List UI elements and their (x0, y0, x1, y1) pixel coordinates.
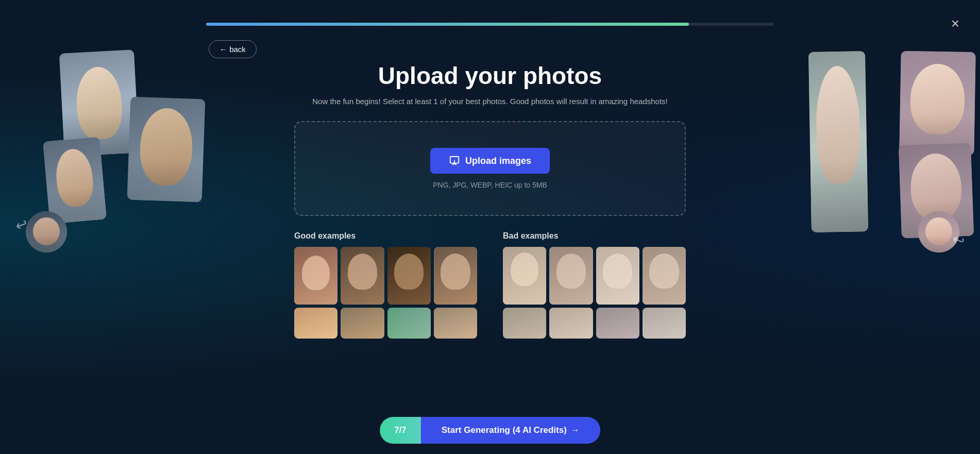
upload-button-label: Upload images (465, 156, 531, 166)
progress-bar-container (206, 23, 774, 26)
good-example-4 (434, 247, 477, 305)
upload-hint-text: PNG, JPG, WEBP, HEIC up to 5MB (433, 181, 547, 189)
bad-example-4 (643, 247, 686, 305)
start-generating-button[interactable]: Start Generating (4 AI Credits) → (421, 417, 600, 444)
bad-examples-grid (503, 247, 686, 305)
good-examples-title: Good examples (294, 231, 477, 241)
bad-example-1 (503, 247, 546, 305)
good-example-6 (341, 308, 384, 339)
bad-example-5 (503, 308, 546, 339)
good-example-3 (387, 247, 431, 305)
good-examples-grid-row2 (294, 308, 477, 339)
progress-bar-fill (206, 23, 689, 26)
generate-count-badge: 7/7 (380, 417, 421, 444)
upload-icon (449, 155, 460, 166)
good-example-1 (294, 247, 337, 305)
good-example-2 (341, 247, 384, 305)
main-content: Upload your photos Now the fun begins! S… (0, 0, 980, 454)
good-example-7 (387, 308, 431, 339)
examples-section: Good examples (294, 231, 686, 339)
upload-images-button[interactable]: Upload images (430, 148, 550, 174)
upload-dropzone[interactable]: Upload images PNG, JPG, WEBP, HEIC up to… (294, 121, 686, 216)
bad-examples-title: Bad examples (503, 231, 686, 241)
generate-bar: 7/7 Start Generating (4 AI Credits) → (380, 417, 600, 444)
bad-example-2 (549, 247, 593, 305)
page-subtitle: Now the fun begins! Select at least 1 of… (312, 97, 668, 106)
good-examples-col: Good examples (294, 231, 477, 339)
good-example-5 (294, 308, 337, 339)
back-button[interactable]: ← back (209, 40, 257, 58)
bad-example-3 (596, 247, 639, 305)
bad-example-6 (549, 308, 593, 339)
good-example-8 (434, 308, 477, 339)
bad-example-8 (643, 308, 686, 339)
arrow-right-icon: → (571, 425, 580, 435)
bad-examples-col: Bad examples (503, 231, 686, 339)
generate-button-label: Start Generating (4 AI Credits) (442, 425, 567, 435)
bad-example-7 (596, 308, 639, 339)
page-title: Upload your photos (378, 62, 602, 90)
bad-examples-grid-row2 (503, 308, 686, 339)
good-examples-grid (294, 247, 477, 305)
close-button[interactable]: × (951, 15, 959, 32)
